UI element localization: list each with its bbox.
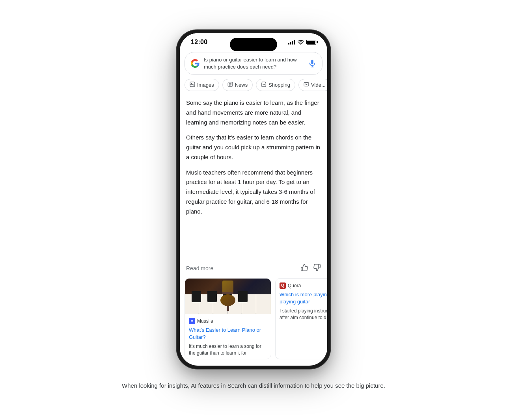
- images-tab-label: Images: [197, 82, 214, 88]
- videos-tab-label: Vide...: [311, 82, 326, 88]
- thumbs-up-button[interactable]: [300, 264, 308, 273]
- page-wrapper: 12:00: [0, 14, 507, 406]
- search-query-text: Is piano or guitar easier to learn and h…: [204, 56, 304, 71]
- images-tab-icon: [190, 82, 195, 88]
- filter-tabs: Images News: [180, 79, 327, 95]
- ai-summary-content: Some say the piano is easier to learn, a…: [180, 95, 327, 260]
- mic-icon[interactable]: [308, 59, 317, 68]
- mussila-card-info: M Mussila What's Easier to Learn Piano o…: [185, 314, 271, 359]
- news-tab-label: News: [235, 82, 248, 88]
- tab-images[interactable]: Images: [185, 79, 219, 91]
- status-time: 12:00: [191, 39, 207, 46]
- svg-point-0: [300, 44, 301, 45]
- summary-paragraph-2: Others say that it's easier to learn cho…: [186, 133, 321, 162]
- ai-summary-text: Some say the piano is easier to learn, a…: [186, 98, 321, 216]
- tab-videos[interactable]: Vide...: [298, 79, 327, 91]
- phone-screen: 12:00: [180, 33, 327, 366]
- summary-paragraph-1: Some say the piano is easier to learn, a…: [186, 98, 321, 127]
- screen-content: Is piano or guitar easier to learn and h…: [180, 49, 327, 366]
- svg-rect-1: [311, 60, 313, 64]
- svg-text:M: M: [191, 320, 193, 323]
- videos-tab-icon: [304, 82, 309, 88]
- svg-marker-12: [306, 84, 308, 85]
- mussila-card-image: [185, 279, 271, 314]
- mussila-brand-name: Mussila: [197, 318, 213, 324]
- mussila-brand: M Mussila: [189, 318, 267, 324]
- source-card-quora[interactable]: Q Quora Which is more playing piano play…: [275, 278, 327, 359]
- mussila-brand-icon: M: [189, 318, 195, 324]
- quora-brand: Q Quora: [280, 282, 327, 289]
- source-cards-row: M Mussila What's Easier to Learn Piano o…: [180, 278, 327, 366]
- signal-bars-icon: [288, 40, 295, 45]
- tab-news[interactable]: News: [222, 79, 253, 91]
- news-tab-icon: [227, 82, 233, 88]
- read-more-row: Read more: [180, 260, 327, 278]
- wifi-icon: [298, 40, 304, 45]
- shopping-tab-icon: [261, 82, 267, 88]
- quora-card-snippet: I started playing instruments th now, af…: [280, 308, 327, 321]
- battery-icon: [306, 40, 316, 45]
- thumbs-down-button[interactable]: [313, 264, 321, 273]
- read-more-link[interactable]: Read more: [186, 265, 213, 271]
- tab-shopping[interactable]: Shopping: [256, 79, 295, 91]
- thumb-buttons: [300, 264, 321, 273]
- search-bar[interactable]: Is piano or guitar easier to learn and h…: [185, 52, 322, 75]
- summary-paragraph-3: Music teachers often recommend that begi…: [186, 168, 321, 217]
- phone-shell: 12:00: [177, 30, 330, 369]
- status-bar: 12:00: [180, 33, 327, 49]
- google-logo-icon: [190, 59, 200, 68]
- status-icons: [288, 40, 316, 45]
- page-caption: When looking for insights, AI features i…: [122, 381, 385, 390]
- quora-brand-icon: Q: [280, 282, 286, 289]
- quora-card-title: Which is more playing piano playing guit…: [280, 291, 327, 305]
- source-card-mussila[interactable]: M Mussila What's Easier to Learn Piano o…: [185, 278, 271, 359]
- mussila-card-title: What's Easier to Learn Piano or Guitar?: [189, 327, 267, 341]
- dynamic-island: [230, 38, 277, 51]
- quora-brand-name: Quora: [288, 283, 301, 288]
- mussila-card-snippet: It's much easier to learn a song for the…: [189, 343, 267, 357]
- shopping-tab-label: Shopping: [268, 82, 290, 88]
